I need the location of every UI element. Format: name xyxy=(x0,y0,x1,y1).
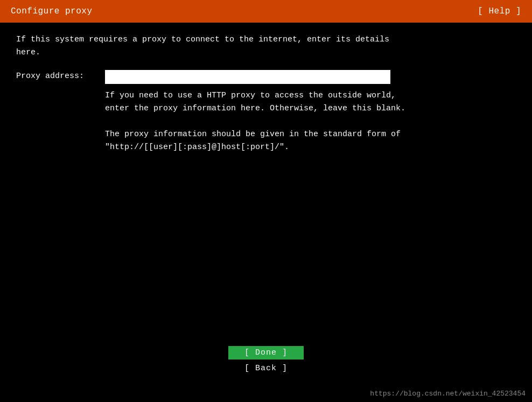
description-line2: here. xyxy=(16,48,40,57)
buttons-area: [ Done ] [ Back ] xyxy=(228,346,304,375)
content-area: If this system requires a proxy to conne… xyxy=(0,23,532,165)
help-line4: The proxy information should be given in… xyxy=(105,130,401,139)
back-button[interactable]: [ Back ] xyxy=(228,362,304,375)
title-bar: Configure proxy [ Help ] xyxy=(0,0,532,23)
help-line5: "http://[[user][:pass]@]host[:port]/". xyxy=(105,143,289,152)
done-button[interactable]: [ Done ] xyxy=(228,346,304,359)
help-line1: If you need to use a HTTP proxy to acces… xyxy=(105,91,396,100)
proxy-row: Proxy address: xyxy=(16,70,516,84)
help-text-block: If you need to use a HTTP proxy to acces… xyxy=(105,89,516,154)
proxy-label: Proxy address: xyxy=(16,70,100,81)
description-line1: If this system requires a proxy to conne… xyxy=(16,35,389,44)
help-button[interactable]: [ Help ] xyxy=(478,6,521,16)
description: If this system requires a proxy to conne… xyxy=(16,33,516,59)
proxy-input[interactable] xyxy=(105,70,390,84)
help-line2: enter the proxy information here. Otherw… xyxy=(105,104,405,113)
title-bar-title: Configure proxy xyxy=(11,6,93,16)
watermark: https://blog.csdn.net/weixin_42523454 xyxy=(370,390,526,398)
